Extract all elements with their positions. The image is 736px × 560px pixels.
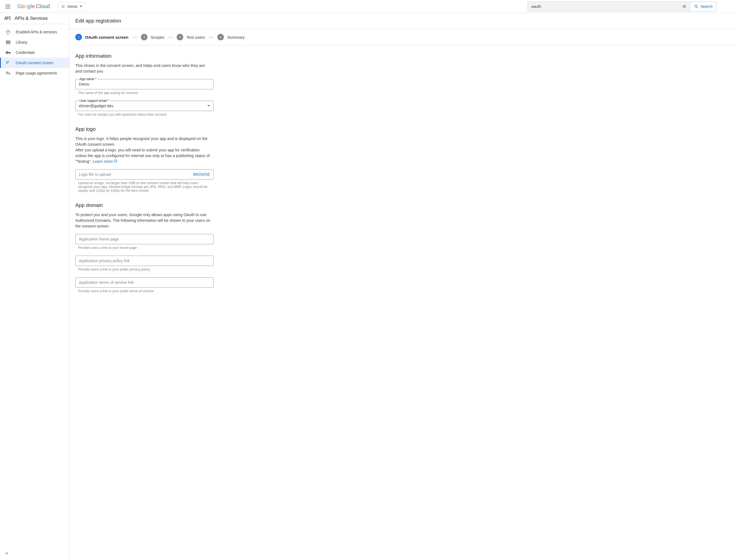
sidebar-item-library[interactable]: Library xyxy=(0,37,69,47)
home-page-help: Provide users a link to your home page xyxy=(75,246,213,250)
svg-rect-10 xyxy=(8,61,9,62)
project-name: Demo xyxy=(67,4,77,9)
field-tos-link: Application terms of service link Provid… xyxy=(75,277,213,293)
step-label: Scopes xyxy=(151,35,164,40)
svg-rect-4 xyxy=(6,40,7,44)
support-email-help: For users to contact you with questions … xyxy=(75,113,213,116)
search-clear-icon[interactable]: ✕ xyxy=(682,3,687,10)
section-title: App information xyxy=(75,53,277,59)
search-box: ✕ xyxy=(528,2,690,11)
sidebar-item-label: Enabled APIs & services xyxy=(16,30,57,34)
logo-desc-1: This is your logo. It helps people recog… xyxy=(75,136,207,146)
svg-rect-12 xyxy=(8,62,8,63)
field-support-email: User support email * ehmer@gadget.dev Fo… xyxy=(75,101,213,116)
learn-more-link[interactable]: Learn more xyxy=(93,159,117,164)
section-app-information: App information This shows in the consen… xyxy=(75,53,277,116)
step-label: Summary xyxy=(227,35,244,40)
step-divider xyxy=(209,37,213,37)
sidebar-header[interactable]: API APIs & Services xyxy=(0,13,69,24)
search-input[interactable] xyxy=(531,4,682,9)
step-label: Test users xyxy=(186,35,205,40)
library-icon xyxy=(5,40,11,45)
step-number: 1 xyxy=(75,34,82,40)
sidebar-item-page-usage[interactable]: Page usage agreements xyxy=(0,68,69,78)
step-divider xyxy=(168,37,173,37)
section-app-logo: App logo This is your logo. It helps peo… xyxy=(75,126,277,193)
svg-point-3 xyxy=(63,7,64,8)
step-number: 3 xyxy=(177,34,183,40)
sidebar-item-enabled-apis[interactable]: Enabled APIs & services xyxy=(0,27,69,37)
svg-rect-14 xyxy=(7,63,8,64)
support-email-label: User support email * xyxy=(78,99,110,103)
svg-rect-5 xyxy=(7,40,8,44)
menu-button[interactable] xyxy=(3,1,14,12)
field-logo-upload: Logo file to upload BROWSE Upload an ima… xyxy=(75,169,213,193)
external-link-icon xyxy=(114,159,117,163)
svg-rect-8 xyxy=(6,61,7,62)
field-home-page: Application home page Provide users a li… xyxy=(75,234,213,250)
svg-rect-9 xyxy=(7,61,8,62)
section-app-domain: App domain To protect you and your users… xyxy=(75,202,277,293)
form-area: App information This shows in the consen… xyxy=(69,45,283,310)
search-button[interactable]: Search xyxy=(690,2,716,11)
search-container: ✕ Search xyxy=(528,2,716,11)
svg-point-0 xyxy=(62,5,63,6)
logo[interactable]: Google Cloud xyxy=(17,3,50,9)
svg-point-1 xyxy=(63,5,64,6)
project-selector[interactable]: Demo xyxy=(58,2,85,11)
svg-rect-6 xyxy=(8,40,9,44)
page-usage-icon xyxy=(5,70,11,76)
sidebar-item-label: OAuth consent screen xyxy=(16,61,53,65)
content: Edit app registration 1 OAuth consent sc… xyxy=(69,13,736,560)
svg-point-2 xyxy=(62,7,63,8)
sidebar-footer xyxy=(0,548,69,560)
step-scopes[interactable]: 2 Scopes xyxy=(141,34,164,40)
logo-upload-label: Logo file to upload xyxy=(79,172,111,177)
svg-rect-11 xyxy=(7,62,7,63)
section-title: App domain xyxy=(75,202,277,208)
privacy-help: Provide users a link to your public priv… xyxy=(75,268,213,271)
step-oauth-consent[interactable]: 1 OAuth consent screen xyxy=(75,34,128,40)
step-number: 4 xyxy=(217,34,224,40)
tos-help: Provide users a link to your public term… xyxy=(75,289,213,293)
sidebar-item-label: Page usage agreements xyxy=(16,71,57,75)
topbar: Google Cloud Demo ✕ Search xyxy=(0,0,736,13)
privacy-placeholder: Application privacy policy link xyxy=(79,259,130,263)
section-desc: This shows in the consent screen, and he… xyxy=(75,63,211,74)
api-icon: API xyxy=(4,16,11,21)
stepper: 1 OAuth consent screen 2 Scopes 3 Test u… xyxy=(69,29,736,45)
browse-button[interactable]: BROWSE xyxy=(193,172,210,177)
step-number: 2 xyxy=(141,34,147,40)
credentials-icon xyxy=(5,50,11,55)
step-test-users[interactable]: 3 Test users xyxy=(177,34,205,40)
content-header: Edit app registration xyxy=(69,13,736,29)
app-name-help: The name of the app asking for consent xyxy=(75,91,213,95)
field-app-name: App name * The name of the app asking fo… xyxy=(75,79,213,95)
step-divider xyxy=(132,37,137,37)
search-icon xyxy=(694,4,699,9)
svg-rect-7 xyxy=(9,40,10,44)
page-title: Edit app registration xyxy=(75,18,730,24)
section-title: App logo xyxy=(75,126,277,132)
step-label: OAuth consent screen xyxy=(85,35,128,40)
home-page-placeholder: Application home page xyxy=(79,237,119,241)
privacy-link-input[interactable]: Application privacy policy link xyxy=(75,256,213,266)
sidebar-nav: Enabled APIs & services Library Credenti… xyxy=(0,24,69,81)
search-button-label: Search xyxy=(701,4,712,9)
field-privacy-link: Application privacy policy link Provide … xyxy=(75,256,213,271)
logo-upload-help: Upload an image, not larger than 1MB on … xyxy=(75,181,208,193)
sidebar: API APIs & Services Enabled APIs & servi… xyxy=(0,13,69,560)
collapse-sidebar-icon[interactable] xyxy=(4,551,9,556)
tos-link-input[interactable]: Application terms of service link xyxy=(75,277,213,288)
sidebar-item-oauth-consent[interactable]: OAuth consent screen xyxy=(0,58,69,68)
sidebar-item-credentials[interactable]: Credentials xyxy=(0,47,69,58)
home-page-input[interactable]: Application home page xyxy=(75,234,213,244)
step-summary[interactable]: 4 Summary xyxy=(217,34,244,40)
svg-rect-13 xyxy=(6,63,7,64)
app-name-label: App name * xyxy=(78,77,98,81)
section-desc: To protect you and your users, Google on… xyxy=(75,212,213,229)
project-icon xyxy=(61,4,65,9)
svg-point-15 xyxy=(9,73,10,74)
tos-placeholder: Application terms of service link xyxy=(79,280,134,285)
sidebar-item-label: Credentials xyxy=(16,50,35,55)
